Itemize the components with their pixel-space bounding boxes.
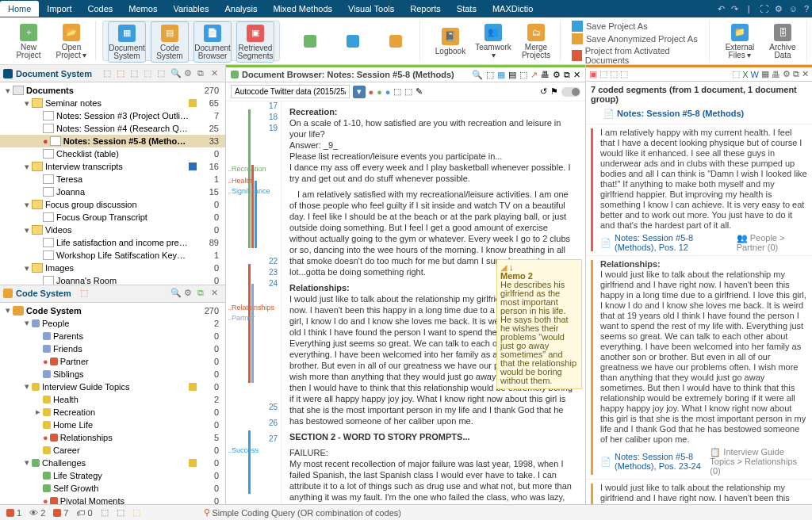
document-tree-item[interactable]: ▾Interview transcripts16 (0, 160, 225, 173)
search-icon[interactable]: 🔍 (170, 288, 182, 299)
close-icon[interactable]: ✕ (211, 68, 222, 79)
retrieved-document-link[interactable]: 📄 Notes: Session #5-8 (Methods) (586, 107, 812, 124)
gear-icon[interactable]: ⚙ (184, 68, 195, 79)
document-tree[interactable]: ▾Documents270▾Seminar notes65Notes: Sess… (0, 82, 225, 285)
smiley-icon[interactable]: ☺ (789, 4, 798, 13)
teamwork-button[interactable]: 👥Teamwork ▾ (474, 21, 512, 62)
external-files-button[interactable]: 📁External Files ▾ (721, 21, 759, 62)
code-tree-item[interactable]: ●Partner0 (0, 355, 225, 368)
ribbon-small-icon-1[interactable] (291, 21, 329, 62)
retrieved-segments-list[interactable]: I am relatively happy with my current he… (586, 124, 812, 504)
open-project-button[interactable]: 📂Open Project ▾ (52, 21, 90, 62)
toggle-switch[interactable] (561, 87, 580, 97)
redo-icon[interactable]: ↷ (731, 4, 738, 14)
code-tree-item[interactable]: Siblings0 (0, 368, 225, 380)
browser-tool-icon[interactable]: ▤ (508, 70, 516, 80)
document-tree-item[interactable]: Focus Group Transcript0 (0, 211, 225, 224)
code-tree-item[interactable]: ▾People2 (0, 317, 225, 330)
code-tree-item[interactable]: Career0 (0, 444, 225, 457)
menu-tab-mixed-methods[interactable]: Mixed Methods (265, 1, 340, 17)
menu-tab-reports[interactable]: Reports (402, 1, 449, 17)
codesys-tool-icon[interactable]: ⬚ (80, 288, 91, 299)
save-anonymized[interactable]: Save Anonymized Project As (572, 33, 704, 44)
browser-tool-icon[interactable]: ⬚ (519, 70, 527, 80)
memo-popup[interactable]: ◢↓ Memo 2 He describes his girlfriend as… (496, 259, 582, 389)
menu-tab-memos[interactable]: Memos (121, 1, 165, 17)
menu-tab-import[interactable]: Import (39, 1, 79, 17)
close-icon[interactable]: ✕ (802, 69, 809, 79)
document-tree-item[interactable]: ▾Images0 (0, 262, 225, 274)
retrieved-segment[interactable]: I am relatively happy with my current he… (586, 124, 812, 256)
autocode-dropdown[interactable]: ▾ (353, 86, 366, 98)
gear-icon[interactable]: ⚙ (775, 4, 783, 14)
autocode-input[interactable] (231, 85, 350, 98)
docsys-tool-icon[interactable]: ⬚ (103, 68, 114, 79)
status-views[interactable]: 👁2 (29, 508, 45, 518)
code-tree-item[interactable]: Self Growth0 (0, 482, 225, 495)
menu-tab-stats[interactable]: Stats (449, 1, 485, 17)
ac-tool[interactable]: ⚑ (550, 86, 558, 97)
code-tree-item[interactable]: ▸Recreation0 (0, 406, 225, 419)
document-tree-item[interactable]: ▾Focus group discussion0 (0, 198, 225, 211)
menu-tab-codes[interactable]: Codes (80, 1, 121, 17)
menu-tab-analysis[interactable]: Analysis (216, 1, 265, 17)
ac-tool[interactable]: ● (377, 87, 382, 97)
code-tree-item[interactable]: ●Pivotal Moments0 (0, 495, 225, 505)
document-tree-item[interactable]: ●Notes: Session #5-8 (Methods)33 (0, 135, 225, 147)
merge-projects-button[interactable]: 🗂Merge Projects (517, 21, 555, 62)
docsys-tool-icon[interactable]: ⬚ (157, 68, 168, 79)
document-tree-item[interactable]: Workshop Life Satifscation Keynote1 (0, 249, 225, 262)
status-tags[interactable]: 🏷0 (76, 508, 92, 518)
search-icon[interactable]: 🔍 (472, 70, 483, 80)
search-icon[interactable]: 🔍 (170, 68, 182, 79)
code-tree-item[interactable]: ●Relationships5 (0, 431, 225, 444)
status-query[interactable]: ⚲Simple Coding Query (OR combination of … (204, 507, 401, 518)
expand-icon[interactable]: ⛶ (760, 4, 768, 13)
document-tree-item[interactable]: Life satisfaction and income presentatio… (0, 236, 225, 249)
archive-data-button[interactable]: 🗄Archive Data (764, 21, 802, 62)
status-codes[interactable]: 7 (53, 508, 68, 518)
code-tree-item[interactable]: ▾Challenges0 (0, 457, 225, 469)
close-icon[interactable]: ✕ (211, 288, 222, 299)
ac-tool[interactable]: ⬚ (393, 86, 401, 97)
code-tree-item[interactable]: Life Strategy0 (0, 469, 225, 482)
code-tree-item[interactable]: Home Life0 (0, 419, 225, 431)
help-icon[interactable]: ? (804, 4, 809, 13)
ac-tool[interactable]: ↺ (540, 86, 547, 97)
status-icon[interactable]: ⬚ (101, 507, 109, 518)
coding-gutter[interactable]: 171819222324252627..Recreation..Health..… (226, 101, 282, 504)
export-icon[interactable]: ↗ (530, 70, 538, 80)
print-icon[interactable]: 🖶 (772, 70, 780, 79)
retrieved-segment[interactable]: Relationships: I would just like to talk… (586, 256, 812, 480)
code-tree-item[interactable]: Friends0 (0, 342, 225, 355)
ac-tool[interactable]: ● (369, 87, 374, 97)
browser-tool-icon[interactable]: ⬚ (486, 70, 494, 80)
ac-tool[interactable]: ✎ (416, 86, 423, 97)
print-icon[interactable]: 🖶 (541, 70, 550, 79)
menu-tab-maxdictio[interactable]: MAXDictio (485, 1, 541, 17)
menu-tab-home[interactable]: Home (0, 1, 39, 17)
gear-icon[interactable]: ⚙ (553, 70, 561, 80)
document-tree-item[interactable]: Notes: Session #4 (Research Question)25 (0, 122, 225, 135)
menu-tab-variables[interactable]: Variables (165, 1, 216, 17)
ac-tool[interactable]: ● (385, 87, 391, 97)
ribbon-small-icon-2[interactable] (334, 21, 372, 62)
document-system-button[interactable]: ▦Document System (108, 21, 146, 63)
menu-tab-visual-tools[interactable]: Visual Tools (340, 1, 402, 17)
document-tree-item[interactable]: Teresa1 (0, 173, 225, 185)
new-project-button[interactable]: ＋New Project (10, 21, 48, 62)
status-docs[interactable]: 1 (6, 508, 21, 518)
code-tree[interactable]: ▾Code System270▾People2Parents0Friends0●… (0, 303, 225, 505)
rs-tool[interactable]: ▦ (761, 69, 769, 79)
docsys-tool-icon[interactable]: ⬚ (130, 68, 141, 79)
tree-root[interactable]: ▾Documents270 (0, 84, 225, 97)
document-tree-item[interactable]: Notes: Session #3 (Project Outline)7 (0, 109, 225, 122)
export-excel-icon[interactable]: X (742, 70, 748, 79)
docsys-tool-icon[interactable]: ⬚ (144, 68, 155, 79)
code-tree-item[interactable]: Parents0 (0, 330, 225, 342)
export-word-icon[interactable]: W (751, 70, 759, 79)
undock-icon[interactable]: ⧉ (793, 69, 799, 79)
gear-icon[interactable]: ⚙ (184, 288, 195, 299)
ac-tool[interactable]: ⬚ (404, 86, 412, 97)
rs-tool[interactable]: ⬚ (620, 69, 628, 79)
